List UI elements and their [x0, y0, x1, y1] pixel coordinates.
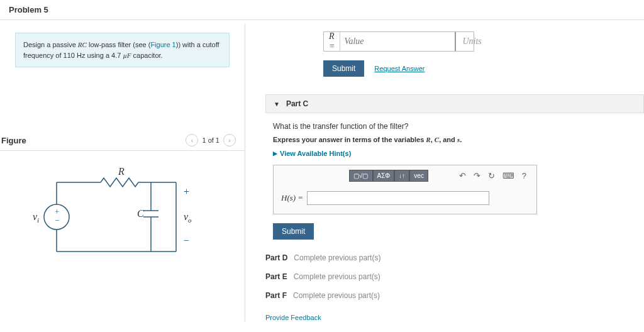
figure-next-button[interactable]: › [223, 134, 236, 147]
svg-text:+: + [184, 186, 189, 197]
part-e-locked: Part EComplete previous part(s) [265, 267, 644, 286]
circuit-figure: R C + − vi + vo − [0, 151, 245, 285]
svg-text:−: − [55, 216, 59, 225]
part-c-question: What is the transfer function of the fil… [273, 122, 636, 131]
request-answer-link[interactable]: Request Answer [374, 65, 425, 72]
template-tool[interactable]: ▢√▢ [349, 170, 373, 182]
answer-box: ▢√▢ ΑΣΦ ↓↑ vec ↶ ↷ ↻ ⌨ ? H(s) = [273, 165, 537, 214]
undo-icon[interactable]: ↶ [455, 169, 470, 182]
caret-down-icon: ▼ [274, 101, 280, 108]
redo-icon[interactable]: ↷ [470, 169, 484, 182]
figure-link[interactable]: Figure 1 [150, 41, 175, 48]
label-C: C [137, 208, 144, 219]
part-f-locked: Part FComplete previous part(s) [265, 286, 644, 305]
triangle-right-icon: ▶ [273, 150, 277, 157]
svg-text:+: + [55, 207, 59, 216]
problem-prompt: Design a passive RC low-pass filter (see… [15, 33, 230, 67]
transfer-function-input[interactable] [307, 191, 489, 205]
figure-title: Figure [1, 136, 26, 145]
reset-icon[interactable]: ↻ [484, 169, 499, 182]
left-panel: Design a passive RC low-pass filter (see… [0, 24, 245, 321]
hs-label: H(s) = [281, 193, 303, 203]
part-c-submit-button[interactable]: Submit [273, 223, 314, 240]
vector-tool[interactable]: vec [409, 170, 428, 182]
divider [0, 19, 644, 20]
subscript-tool[interactable]: ↓↑ [394, 170, 409, 182]
problem-title: Problem 5 [0, 0, 644, 19]
answer-label: R = [324, 32, 340, 51]
help-icon[interactable]: ? [518, 169, 530, 182]
part-c-instruction: Express your answer in terms of the vari… [273, 136, 636, 143]
svg-text:vi: vi [33, 211, 39, 224]
right-panel: R = Units Submit Request Answer ▼ Part C… [245, 24, 644, 321]
figure-prev-button[interactable]: ‹ [186, 134, 198, 147]
value-input[interactable] [340, 32, 455, 51]
units-selector[interactable]: Units [455, 32, 490, 51]
keyboard-icon[interactable]: ⌨ [499, 169, 518, 182]
view-hints-link[interactable]: ▶ View Available Hint(s) [273, 150, 636, 157]
label-R: R [118, 166, 125, 177]
svg-text:−: − [184, 235, 189, 246]
part-d-locked: Part DComplete previous part(s) [265, 248, 644, 267]
part-c-label: Part C [286, 99, 308, 108]
provide-feedback-link[interactable]: Provide Feedback [265, 314, 644, 321]
svg-text:vo: vo [184, 211, 192, 224]
part-c-header[interactable]: ▼ Part C [265, 94, 644, 113]
figure-pager: 1 of 1 [202, 136, 219, 144]
greek-tool[interactable]: ΑΣΦ [373, 170, 395, 182]
answer-input-row: R = Units [323, 31, 474, 52]
submit-button[interactable]: Submit [323, 60, 364, 77]
